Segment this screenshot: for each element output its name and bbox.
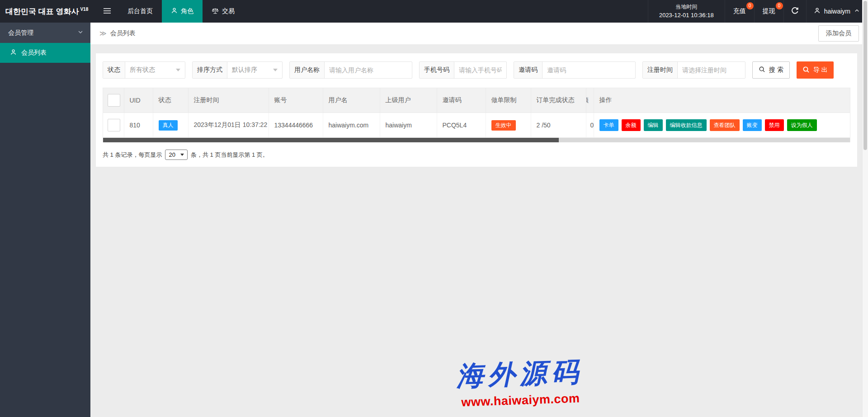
watermark-title: 海外源码 xyxy=(429,353,611,396)
action-button[interactable]: 编辑收款信息 xyxy=(666,119,707,131)
sidebar-group-member-management[interactable]: 会员管理 xyxy=(0,23,90,43)
sidebar-item-member-list[interactable]: 会员列表 xyxy=(0,43,90,63)
vertical-scrollbar[interactable] xyxy=(862,0,868,417)
watermark-site: www.haiwaiym.com xyxy=(430,390,611,411)
column-header-order-status: 订单完成状态 xyxy=(531,88,586,113)
tab-trade-label: 交易 xyxy=(222,7,235,15)
column-header-actions: 操作 xyxy=(594,88,850,113)
filter-username: 用户名称 xyxy=(289,61,412,79)
person-icon xyxy=(10,49,17,57)
member-table: UID 状态 注册时间 账号 用户名 上级用户 邀请码 做单限制 订单完成状态 … xyxy=(103,88,850,142)
column-header-status: 状态 xyxy=(153,88,188,113)
breadcrumb-bar: ≫ 会员列表 添加会员 xyxy=(90,23,863,45)
invite-code-input[interactable] xyxy=(542,62,635,78)
cell-actions: 卡单余额编辑编辑收款信息查看团队账变禁用设为假人 xyxy=(594,113,850,138)
column-header-uid: UID xyxy=(124,88,153,113)
action-button[interactable]: 查看团队 xyxy=(710,119,740,131)
withdraw-badge: 0 xyxy=(776,2,783,9)
column-header-username: 用户名 xyxy=(323,88,380,113)
filter-invite: 邀请码 xyxy=(514,61,636,79)
tab-dashboard[interactable]: 后台首页 xyxy=(118,0,162,23)
watermark: 海外源码 www.haiwaiym.com xyxy=(429,353,611,411)
action-button[interactable]: 设为假人 xyxy=(787,119,817,131)
scales-icon xyxy=(212,7,219,16)
recharge-menu[interactable]: 充值 0 xyxy=(725,0,754,23)
caret-down-icon xyxy=(176,69,180,74)
action-button[interactable]: 账变 xyxy=(743,119,762,131)
filter-regtime-label: 注册时间 xyxy=(643,62,678,78)
user-menu[interactable]: haiwaiym xyxy=(806,0,868,23)
main-area: ≫ 会员列表 添加会员 状态 所有状态 排序方式 xyxy=(90,23,863,167)
column-header-parent: 上级用户 xyxy=(380,88,437,113)
tab-roles-label: 角色 xyxy=(181,7,193,15)
cell-username: haiwaiym.com xyxy=(323,113,380,138)
pagination-suffix: 条，共 1 页当前显示第 1 页。 xyxy=(191,151,269,159)
username-input[interactable] xyxy=(325,62,412,78)
refresh-button[interactable] xyxy=(783,0,806,23)
search-icon xyxy=(802,66,810,75)
pagination: 共 1 条记录，每页显示 20 条，共 1 页当前显示第 1 页。 xyxy=(103,150,850,160)
action-button[interactable]: 编辑 xyxy=(644,119,663,131)
local-time-value: 2023-12-01 10:36:18 xyxy=(659,11,714,20)
tab-trade[interactable]: 交易 xyxy=(203,0,244,23)
horizontal-scrollbar-thumb[interactable] xyxy=(103,138,559,142)
row-actions: 卡单余额编辑编辑收款信息查看团队账变禁用设为假人 xyxy=(599,119,845,131)
page-size-select[interactable]: 20 xyxy=(165,150,187,160)
filter-regtime: 注册时间 xyxy=(642,61,745,79)
recharge-badge: 0 xyxy=(746,2,754,9)
horizontal-scrollbar[interactable] xyxy=(103,138,850,142)
search-button[interactable]: 搜 索 xyxy=(752,61,790,79)
cell-account: 13344446666 xyxy=(269,113,323,138)
action-button[interactable]: 卡单 xyxy=(599,119,618,131)
phone-input[interactable] xyxy=(454,62,506,78)
user-icon xyxy=(814,7,821,15)
column-header-invite: 邀请码 xyxy=(437,88,486,113)
person-icon xyxy=(171,7,178,15)
sort-select[interactable]: 默认排序 xyxy=(227,62,282,78)
chevron-up-icon xyxy=(854,8,860,15)
cell-invite: PCQ5L4 xyxy=(437,113,486,138)
withdraw-menu[interactable]: 提现 0 xyxy=(754,0,783,23)
select-all-checkbox[interactable] xyxy=(108,94,120,107)
chevron-down-icon xyxy=(77,29,84,37)
filter-status: 状态 所有状态 xyxy=(103,61,185,79)
logo-text: 대한민국 대표 영화사 xyxy=(5,6,79,17)
local-time: 当地时间 2023-12-01 10:36:18 xyxy=(648,0,725,23)
regtime-input[interactable] xyxy=(678,62,745,78)
filter-phone-label: 手机号码 xyxy=(420,62,454,78)
logo-version: V18 xyxy=(80,7,88,12)
sidebar-toggle-button[interactable] xyxy=(96,0,118,23)
column-header-regtime: 注册时间 xyxy=(188,88,269,113)
refresh-icon xyxy=(791,7,799,16)
cell-order-status: 2 /50 xyxy=(531,113,586,138)
sidebar-group-label: 会员管理 xyxy=(8,29,33,37)
cell-parent: haiwaiym xyxy=(380,113,437,138)
search-icon xyxy=(759,66,765,74)
column-header-limit: 做单限制 xyxy=(486,88,531,113)
navbar-right: 当地时间 2023-12-01 10:36:18 充值 0 提现 0 hai xyxy=(648,0,868,23)
recharge-label: 充值 xyxy=(733,7,746,15)
cell-regtime: 2023年12月01日 10:37:22 xyxy=(188,113,269,138)
add-member-button[interactable]: 添加会员 xyxy=(818,25,859,42)
table-row: 810 真人 2023年12月01日 10:37:22 13344446666 … xyxy=(103,113,850,138)
action-button[interactable]: 禁用 xyxy=(765,119,784,131)
action-button[interactable]: 余额 xyxy=(622,119,641,131)
sort-select-value: 默认排序 xyxy=(232,66,257,74)
filter-invite-label: 邀请码 xyxy=(514,62,542,78)
hamburger-icon xyxy=(103,8,111,15)
caret-down-icon xyxy=(273,69,278,74)
row-checkbox[interactable] xyxy=(108,119,120,131)
cell-uid: 810 xyxy=(124,113,153,138)
vertical-scrollbar-thumb[interactable] xyxy=(863,1,867,150)
export-button[interactable]: 导 出 xyxy=(797,61,834,79)
column-header-account: 账号 xyxy=(269,88,323,113)
admin-page: 대한민국 대표 영화사 V18 后台首页 角色 交易 当地时间 2 xyxy=(0,0,868,167)
caret-down-icon xyxy=(180,154,184,158)
search-button-label: 搜 索 xyxy=(769,66,783,74)
breadcrumb-icon: ≫ xyxy=(99,29,107,37)
filter-bar: 状态 所有状态 排序方式 默认排序 用户名称 xyxy=(103,61,850,79)
tab-roles[interactable]: 角色 xyxy=(162,0,203,23)
member-list-card: 状态 所有状态 排序方式 默认排序 用户名称 xyxy=(96,53,857,167)
tab-dashboard-label: 后台首页 xyxy=(127,7,153,15)
status-select[interactable]: 所有状态 xyxy=(125,62,185,78)
